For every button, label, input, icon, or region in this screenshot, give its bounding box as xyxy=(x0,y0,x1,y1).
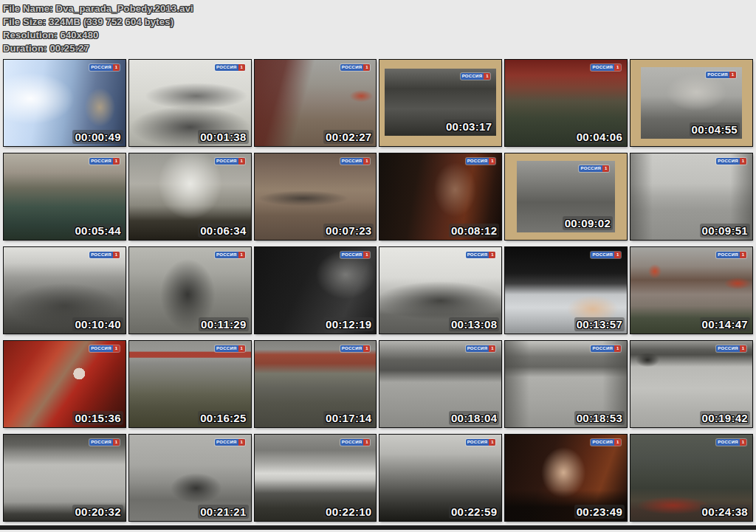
file-name-text: File Name: Dva_parada_Pobedy.2013.avi xyxy=(3,2,756,15)
resolution-text: Resolution: 640x480 xyxy=(3,29,756,42)
rossiya-channel-logo: РОССИЯ 1 xyxy=(466,345,496,352)
video-frame-thumbnail: РОССИЯ 1 00:15:36 xyxy=(4,341,126,427)
frame-timestamp: 00:22:59 xyxy=(449,505,499,519)
video-frame-thumbnail: РОССИЯ 1 00:22:59 xyxy=(379,435,501,521)
video-frame-thumbnail: РОССИЯ 1 00:04:55 xyxy=(630,60,752,146)
video-frame-thumbnail: РОССИЯ 1 00:21:21 xyxy=(129,435,251,521)
rossiya-logo-text: РОССИЯ xyxy=(215,345,238,352)
rossiya-logo-text: РОССИЯ xyxy=(466,345,489,352)
thumbnail-grid: РОССИЯ 1 00:00:49 РОССИЯ 1 00:01:38 РОСС… xyxy=(0,60,756,521)
rossiya-logo-red-badge: 1 xyxy=(238,64,245,71)
rossiya-channel-logo: РОССИЯ 1 xyxy=(466,252,496,258)
rossiya-channel-logo: РОССИЯ 1 xyxy=(215,158,245,165)
file-size-text: File Size: 324MB (339 752 604 bytes) xyxy=(3,15,756,29)
video-frame-thumbnail: РОССИЯ 1 00:01:38 xyxy=(129,60,251,146)
rossiya-logo-text: РОССИЯ xyxy=(89,158,113,165)
video-frame-thumbnail: РОССИЯ 1 00:14:47 xyxy=(630,247,752,334)
video-frame-thumbnail: РОССИЯ 1 00:13:08 xyxy=(379,247,501,334)
rossiya-logo-red-badge: 1 xyxy=(363,345,370,352)
rossiya-channel-logo: РОССИЯ 1 xyxy=(89,158,120,165)
frame-timestamp: 00:01:38 xyxy=(198,130,248,144)
frame-timestamp: 00:23:49 xyxy=(574,505,625,519)
video-frame-thumbnail: РОССИЯ 1 00:08:12 xyxy=(379,153,501,240)
rossiya-logo-red-badge: 1 xyxy=(489,345,495,352)
rossiya-channel-logo: РОССИЯ 1 xyxy=(215,439,245,446)
rossiya-logo-text: РОССИЯ xyxy=(591,252,614,258)
rossiya-channel-logo: РОССИЯ 1 xyxy=(466,158,496,165)
rossiya-logo-text: РОССИЯ xyxy=(89,252,113,258)
video-frame-thumbnail: РОССИЯ 1 00:04:06 xyxy=(505,60,627,146)
contact-sheet: File Name: Dva_parada_Pobedy.2013.avi Fi… xyxy=(0,0,756,521)
rossiya-channel-logo: РОССИЯ 1 xyxy=(706,72,736,78)
video-frame-thumbnail: РОССИЯ 1 00:09:02 xyxy=(505,153,627,240)
rossiya-channel-logo: РОССИЯ 1 xyxy=(89,439,120,446)
frame-timestamp: 00:18:53 xyxy=(574,411,625,425)
rossiya-logo-text: РОССИЯ xyxy=(716,158,740,165)
frame-timestamp: 00:00:49 xyxy=(72,130,123,144)
rossiya-channel-logo: РОССИЯ 1 xyxy=(591,64,621,71)
rossiya-logo-text: РОССИЯ xyxy=(340,158,364,165)
rossiya-logo-text: РОССИЯ xyxy=(579,165,602,172)
video-frame-thumbnail: РОССИЯ 1 00:16:25 xyxy=(129,341,251,427)
rossiya-logo-text: РОССИЯ xyxy=(89,64,113,71)
rossiya-channel-logo: РОССИЯ 1 xyxy=(89,64,120,71)
frame-timestamp: 00:08:12 xyxy=(449,224,499,238)
rossiya-logo-red-badge: 1 xyxy=(238,345,245,352)
rossiya-logo-red-badge: 1 xyxy=(614,439,621,446)
rossiya-logo-red-badge: 1 xyxy=(113,439,120,446)
rossiya-logo-red-badge: 1 xyxy=(602,165,609,172)
video-frame-thumbnail: РОССИЯ 1 00:22:10 xyxy=(255,435,377,521)
rossiya-channel-logo: РОССИЯ 1 xyxy=(716,439,746,446)
rossiya-logo-text: РОССИЯ xyxy=(716,345,740,352)
rossiya-logo-text: РОССИЯ xyxy=(466,439,489,446)
frame-timestamp: 00:11:29 xyxy=(199,317,249,331)
rossiya-logo-red-badge: 1 xyxy=(740,345,746,352)
rossiya-logo-red-badge: 1 xyxy=(740,439,746,446)
rossiya-channel-logo: РОССИЯ 1 xyxy=(340,158,371,165)
rossiya-logo-text: РОССИЯ xyxy=(89,439,113,446)
video-frame-thumbnail: РОССИЯ 1 00:02:27 xyxy=(255,60,377,146)
rossiya-channel-logo: РОССИЯ 1 xyxy=(579,165,609,172)
rossiya-channel-logo: РОССИЯ 1 xyxy=(591,345,621,352)
rossiya-logo-red-badge: 1 xyxy=(113,345,120,352)
rossiya-logo-text: РОССИЯ xyxy=(706,72,729,78)
duration-text: Duration: 00:25:27 xyxy=(3,42,756,55)
rossiya-logo-text: РОССИЯ xyxy=(716,439,740,446)
rossiya-logo-red-badge: 1 xyxy=(238,158,245,165)
rossiya-logo-red-badge: 1 xyxy=(484,73,490,80)
frame-timestamp: 00:02:27 xyxy=(323,130,374,144)
rossiya-channel-logo: РОССИЯ 1 xyxy=(215,345,245,352)
video-frame-thumbnail: РОССИЯ 1 00:17:14 xyxy=(255,341,377,427)
rossiya-logo-red-badge: 1 xyxy=(363,252,370,258)
rossiya-logo-red-badge: 1 xyxy=(238,439,245,446)
video-frame-thumbnail: РОССИЯ 1 00:23:49 xyxy=(505,435,627,521)
rossiya-logo-text: РОССИЯ xyxy=(466,252,489,258)
frame-timestamp: 00:10:40 xyxy=(72,317,123,331)
frame-timestamp: 00:14:47 xyxy=(700,317,750,331)
rossiya-channel-logo: РОССИЯ 1 xyxy=(89,252,120,258)
frame-timestamp: 00:16:25 xyxy=(198,411,248,425)
rossiya-channel-logo: РОССИЯ 1 xyxy=(466,439,496,446)
rossiya-logo-red-badge: 1 xyxy=(363,64,370,71)
rossiya-channel-logo: РОССИЯ 1 xyxy=(716,158,746,165)
rossiya-logo-red-badge: 1 xyxy=(729,72,736,78)
rossiya-channel-logo: РОССИЯ 1 xyxy=(340,439,371,446)
rossiya-channel-logo: РОССИЯ 1 xyxy=(340,64,371,71)
rossiya-logo-red-badge: 1 xyxy=(614,252,621,258)
video-frame-thumbnail: РОССИЯ 1 00:09:51 xyxy=(630,153,752,240)
rossiya-channel-logo: РОССИЯ 1 xyxy=(461,73,491,80)
frame-timestamp: 00:18:04 xyxy=(449,411,499,425)
frame-timestamp: 00:09:51 xyxy=(700,224,750,238)
video-frame-thumbnail: РОССИЯ 1 00:20:32 xyxy=(4,435,126,521)
rossiya-channel-logo: РОССИЯ 1 xyxy=(215,252,245,258)
rossiya-channel-logo: РОССИЯ 1 xyxy=(591,439,621,446)
rossiya-logo-text: РОССИЯ xyxy=(340,439,364,446)
rossiya-logo-red-badge: 1 xyxy=(113,64,120,71)
rossiya-logo-red-badge: 1 xyxy=(740,158,746,165)
rossiya-channel-logo: РОССИЯ 1 xyxy=(716,345,746,352)
rossiya-logo-red-badge: 1 xyxy=(489,439,495,446)
frame-timestamp: 00:22:10 xyxy=(323,505,374,519)
frame-timestamp: 00:05:44 xyxy=(72,224,123,238)
rossiya-logo-red-badge: 1 xyxy=(740,252,746,258)
video-frame-thumbnail: РОССИЯ 1 00:00:49 xyxy=(4,60,126,146)
